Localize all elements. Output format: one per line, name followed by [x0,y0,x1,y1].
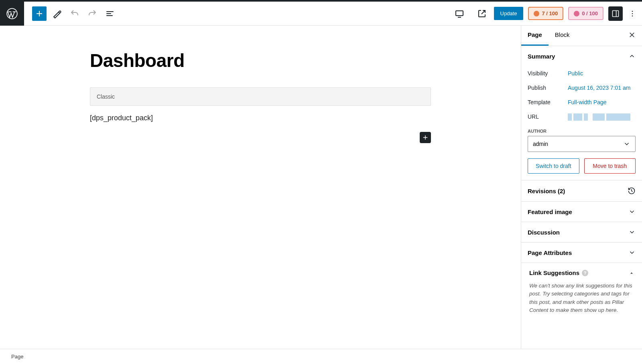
score-dot-icon [574,11,579,16]
seo-score-badge[interactable]: 7 / 100 [528,7,563,20]
author-label: AUTHOR [528,129,636,133]
svg-point-5 [632,15,633,16]
update-button[interactable]: Update [494,7,524,20]
svg-point-3 [632,10,633,12]
history-icon [628,187,636,195]
settings-sidebar: Page Block Summary Visibility Public Pub… [521,26,642,349]
more-options-button[interactable] [628,6,637,21]
visibility-value[interactable]: Public [568,70,583,77]
switch-to-draft-button[interactable]: Switch to draft [528,158,579,174]
publish-value[interactable]: August 16, 2023 7:01 am [568,85,630,91]
add-block-inline-button[interactable] [420,132,431,143]
svg-rect-1 [456,11,463,16]
chevron-down-icon [628,208,636,215]
tab-block[interactable]: Block [549,26,576,46]
discussion-panel-header[interactable]: Discussion [521,222,642,242]
publish-label: Publish [528,85,568,91]
redo-button[interactable] [85,6,100,21]
chevron-up-icon [628,53,636,60]
template-label: Template [528,99,568,105]
summary-panel-header[interactable]: Summary [521,46,642,66]
chevron-down-icon [628,249,636,256]
close-sidebar-button[interactable] [622,26,642,46]
editor-canvas[interactable]: Dashboard Classic [dps_product_pack] [0,26,521,349]
wordpress-logo[interactable] [0,2,24,26]
readability-score-badge[interactable]: 0 / 100 [568,7,603,20]
chevron-down-icon [628,229,636,236]
score-dot-icon [534,11,539,16]
svg-rect-2 [613,10,619,16]
url-value[interactable] [568,113,630,121]
settings-panel-toggle[interactable] [608,6,623,21]
classic-block[interactable]: Classic [90,87,431,106]
help-icon[interactable]: ? [582,270,588,276]
shortcode-text[interactable]: [dps_product_pack] [90,114,431,122]
link-suggestions-text: We can't show any link suggestions for t… [529,282,634,314]
add-block-button[interactable] [32,6,47,21]
page-attributes-panel-header[interactable]: Page Attributes [521,243,642,263]
external-link-button[interactable] [475,6,489,21]
author-select[interactable]: admin [528,136,636,152]
tools-button[interactable] [50,6,64,21]
revisions-panel[interactable]: Revisions (2) [521,180,642,202]
featured-image-panel-header[interactable]: Featured image [521,202,642,222]
page-title[interactable]: Dashboard [90,50,431,71]
visibility-label: Visibility [528,70,568,77]
svg-point-4 [632,13,633,14]
document-overview-button[interactable] [103,6,117,21]
chevron-down-icon [623,140,630,148]
view-button[interactable] [452,6,467,21]
tab-page[interactable]: Page [521,26,549,46]
url-label: URL [528,113,568,121]
link-suggestions-heading: Link Suggestions ? [529,269,588,276]
template-value[interactable]: Full-width Page [568,99,607,105]
collapse-triangle-icon[interactable] [629,271,634,275]
footer-breadcrumb: Page [0,349,642,364]
undo-button[interactable] [67,6,82,21]
move-to-trash-button[interactable]: Move to trash [584,158,636,174]
